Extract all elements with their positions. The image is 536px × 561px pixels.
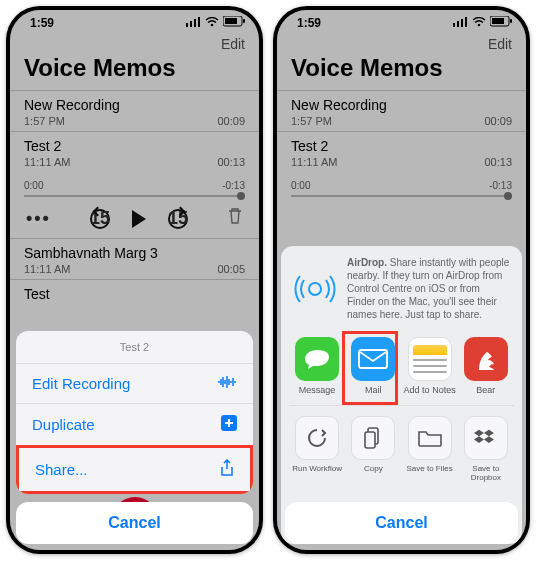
- workflow-icon: [295, 416, 339, 460]
- more-icon[interactable]: •••: [26, 208, 51, 229]
- status-time: 1:59: [30, 16, 54, 30]
- waveform-icon: [217, 375, 237, 392]
- wifi-icon: [205, 16, 219, 30]
- memo-row[interactable]: New Recording 1:57 PM00:09: [10, 90, 259, 131]
- sheet-title: Test 2: [16, 331, 253, 363]
- memo-name: New Recording: [24, 97, 245, 113]
- share-sheet: AirDrop. Share instantly with people nea…: [281, 246, 522, 544]
- trash-icon[interactable]: [227, 207, 243, 230]
- svg-rect-11: [461, 19, 463, 27]
- play-icon[interactable]: [132, 210, 146, 228]
- duplicate-button[interactable]: Duplicate: [16, 403, 253, 445]
- airdrop-icon[interactable]: [293, 256, 337, 321]
- scrubber[interactable]: [291, 195, 512, 197]
- edit-recording-button[interactable]: Edit Recording: [16, 363, 253, 403]
- share-app-message[interactable]: Message: [289, 337, 345, 395]
- folder-icon: [408, 416, 452, 460]
- svg-rect-9: [453, 23, 455, 27]
- wifi-icon: [472, 16, 486, 30]
- skip-forward-icon[interactable]: 15: [168, 209, 188, 229]
- memo-row[interactable]: Sambhavnath Marg 3 11:11 AM00:05: [10, 238, 259, 279]
- cellular-icon: [186, 16, 201, 30]
- svg-rect-12: [465, 17, 467, 27]
- svg-rect-3: [198, 17, 200, 27]
- svg-rect-7: [243, 19, 245, 23]
- phone-left: 1:59 Edit Voice Memos New Recording 1:57…: [6, 6, 263, 554]
- action-sheet: Test 2 Edit Recording Duplicate Share...…: [16, 331, 253, 544]
- svg-rect-10: [457, 21, 459, 27]
- share-app-notes[interactable]: Add to Notes: [402, 337, 458, 395]
- cancel-button[interactable]: Cancel: [16, 502, 253, 544]
- share-button[interactable]: Share...: [16, 445, 253, 494]
- share-app-bear[interactable]: Bear: [458, 337, 514, 395]
- phone-right: 1:59 Edit Voice Memos New Recording 1:57…: [273, 6, 530, 554]
- status-time: 1:59: [297, 16, 321, 30]
- bear-icon: [464, 337, 508, 381]
- battery-icon: [490, 16, 512, 30]
- action-copy[interactable]: Copy: [345, 416, 401, 482]
- status-bar: 1:59: [10, 10, 259, 32]
- share-icon: [220, 459, 234, 480]
- action-dropbox[interactable]: Save to Dropbox: [458, 416, 514, 482]
- page-title: Voice Memos: [10, 54, 259, 90]
- dropbox-icon: [464, 416, 508, 460]
- memo-row[interactable]: Test 2 11:11 AM00:13: [10, 131, 259, 172]
- page-title: Voice Memos: [277, 54, 526, 90]
- svg-rect-15: [492, 18, 504, 24]
- memo-row[interactable]: Test: [10, 279, 259, 306]
- svg-point-13: [478, 24, 481, 27]
- scrubber[interactable]: [24, 195, 245, 197]
- svg-rect-6: [225, 18, 237, 24]
- notes-icon: [408, 337, 452, 381]
- memo-name: Test 2: [24, 138, 245, 154]
- skip-back-icon[interactable]: 15: [90, 209, 110, 229]
- action-workflow[interactable]: Run Workflow: [289, 416, 345, 482]
- action-save-files[interactable]: Save to Files: [402, 416, 458, 482]
- memo-row[interactable]: New Recording 1:57 PM00:09: [277, 90, 526, 131]
- svg-rect-1: [190, 21, 192, 27]
- svg-rect-0: [186, 23, 188, 27]
- status-bar: 1:59: [277, 10, 526, 32]
- airdrop-text: AirDrop. Share instantly with people nea…: [347, 256, 510, 321]
- copy-icon: [351, 416, 395, 460]
- share-app-mail[interactable]: Mail: [345, 337, 401, 395]
- svg-rect-2: [194, 19, 196, 27]
- memo-name: Sambhavnath Marg 3: [24, 245, 245, 261]
- duplicate-icon: [221, 415, 237, 434]
- edit-button[interactable]: Edit: [221, 36, 245, 52]
- cellular-icon: [453, 16, 468, 30]
- memo-row[interactable]: Test 2 11:11 AM00:13: [277, 131, 526, 172]
- cancel-button[interactable]: Cancel: [285, 502, 518, 544]
- memo-name: Test: [24, 286, 245, 302]
- message-icon: [295, 337, 339, 381]
- battery-icon: [223, 16, 245, 30]
- edit-button[interactable]: Edit: [488, 36, 512, 52]
- svg-point-17: [309, 283, 321, 295]
- svg-rect-20: [365, 432, 375, 448]
- svg-point-4: [211, 24, 214, 27]
- svg-rect-16: [510, 19, 512, 23]
